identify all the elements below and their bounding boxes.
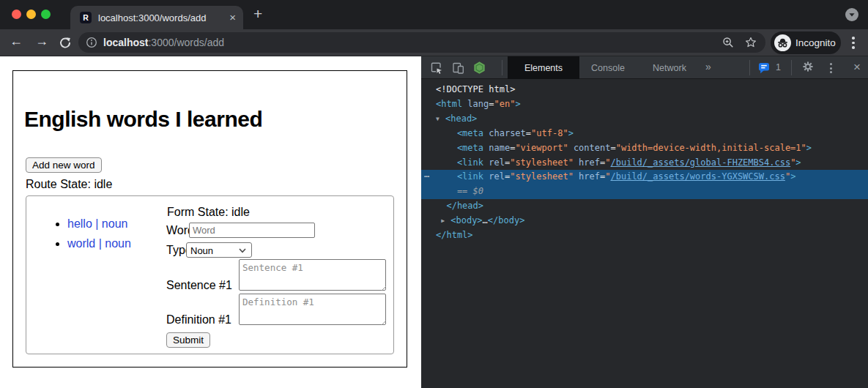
code-token: <body> <box>450 215 482 225</box>
form-state-text: Form State: idle <box>167 206 250 219</box>
submit-button[interactable]: Submit <box>166 332 210 348</box>
incognito-badge: Incognito <box>771 31 841 54</box>
word-list-item: hello | noun <box>67 214 131 234</box>
code-line[interactable]: == $0 <box>421 184 868 199</box>
issues-icon[interactable] <box>758 62 771 77</box>
word-link[interactable]: world | noun <box>67 237 131 250</box>
tab-elements[interactable]: Elements <box>508 56 579 79</box>
tab-console[interactable]: Console <box>584 56 632 79</box>
maximize-window-button[interactable] <box>41 10 51 19</box>
nav-toolbar: ← → localhost:3000/words/add Incognito <box>0 29 868 56</box>
code-token: "en" <box>494 99 516 109</box>
browser-menu-icon[interactable] <box>852 37 855 51</box>
code-token: href <box>579 171 600 182</box>
route-state-text: Route State: idle <box>26 178 112 191</box>
settings-gear-icon[interactable] <box>802 61 814 75</box>
code-token: "viewport" <box>515 143 568 153</box>
tab-close-icon[interactable]: × <box>229 11 236 23</box>
remix-favicon-icon: R <box>80 12 92 23</box>
code-line[interactable]: <!DOCTYPE html> <box>421 83 868 97</box>
code-token: $0 <box>473 186 483 196</box>
definition-textarea[interactable] <box>239 294 386 325</box>
expand-arrow-icon[interactable]: ▼ <box>436 112 445 127</box>
code-token: > <box>795 157 801 168</box>
code-token: <link <box>436 171 489 182</box>
code-token: = <box>526 128 531 138</box>
word-list-item: world | noun <box>67 234 131 254</box>
device-toolbar-icon[interactable] <box>451 61 465 78</box>
devtools-toolbar: Elements Console Network » 1 × <box>421 56 868 79</box>
divider <box>502 60 502 75</box>
code-token: </html> <box>436 230 473 240</box>
code-token: href <box>579 157 600 168</box>
bookmark-star-icon[interactable] <box>745 37 757 51</box>
minimize-window-button[interactable] <box>26 10 36 19</box>
code-token: /build/_assets/words-YGXSWCSW.css <box>610 171 784 182</box>
divider <box>791 60 792 75</box>
code-token: <head> <box>445 113 477 124</box>
code-line[interactable]: <link rel="stylesheet" href="/build/_ass… <box>421 156 868 171</box>
code-token: rel <box>489 157 505 168</box>
code-line[interactable]: ▶<body>…</body> <box>421 214 868 228</box>
code-token: </head> <box>436 201 483 211</box>
back-button[interactable]: ← <box>10 34 23 49</box>
code-line[interactable]: </head> <box>421 199 868 214</box>
line-options-dots[interactable]: ⋯ <box>424 170 429 184</box>
code-line[interactable]: </html> <box>421 228 868 243</box>
code-line[interactable]: ▼<head> <box>421 112 868 127</box>
word-link[interactable]: hello | noun <box>67 217 127 230</box>
extension-hexagon-icon[interactable] <box>472 61 486 78</box>
code-token: = <box>489 99 494 109</box>
code-token: lang <box>467 99 489 109</box>
url-text: localhost:3000/words/add <box>103 37 224 48</box>
more-tabs-icon[interactable]: » <box>705 61 711 72</box>
code-token: "width=device-width,initial-scale=1" <box>616 143 806 153</box>
url-path: :3000/words/add <box>148 37 224 48</box>
code-token: "stylesheet" <box>510 157 574 168</box>
code-token: > <box>806 143 812 153</box>
browser-tab[interactable]: R localhost:3000/words/add × <box>70 6 243 29</box>
code-line[interactable]: ⋯ <link rel="stylesheet" href="/build/_a… <box>421 170 868 184</box>
definition-label: Definition #1 <box>166 313 231 327</box>
page-zoom-icon[interactable] <box>722 37 734 51</box>
code-token: <meta <box>436 128 489 138</box>
code-token: name <box>489 143 510 153</box>
forward-button[interactable]: → <box>35 34 48 49</box>
add-new-word-button[interactable]: Add new word <box>26 157 102 173</box>
tab-network[interactable]: Network <box>641 56 698 79</box>
close-window-button[interactable] <box>12 10 21 19</box>
browser-window: R localhost:3000/words/add × + ← → local… <box>0 0 868 388</box>
type-select-value: Noun <box>190 245 213 256</box>
code-line[interactable]: <meta charset="utf-8"> <box>421 127 868 141</box>
incognito-icon <box>774 34 791 51</box>
expand-arrow-icon[interactable]: ▶ <box>441 214 450 228</box>
devtools-close-icon[interactable]: × <box>853 60 861 75</box>
issues-count[interactable]: 1 <box>776 62 781 72</box>
code-token: charset <box>489 128 526 138</box>
new-tab-button[interactable]: + <box>253 5 262 23</box>
browser-update-icon[interactable] <box>845 8 858 21</box>
web-page: English words I learned Add new word Rou… <box>0 56 421 388</box>
type-select[interactable]: Noun <box>186 242 252 258</box>
code-token: <!DOCTYPE html> <box>436 84 515 94</box>
code-token: <link <box>436 157 489 168</box>
code-line[interactable]: <meta name="viewport" content="width=dev… <box>421 141 868 156</box>
code-line[interactable]: <html lang="en"> <box>421 97 868 112</box>
devtools-panel: Elements Console Network » 1 × <!DOCTYPE… <box>421 56 868 388</box>
page-title: English words I learned <box>24 107 262 132</box>
code-token: … <box>483 215 488 225</box>
code-token: = <box>610 143 615 153</box>
code-token <box>436 215 441 225</box>
sentence-textarea[interactable] <box>239 259 386 291</box>
site-info-icon[interactable] <box>86 37 97 51</box>
devtools-menu-icon[interactable] <box>830 63 832 75</box>
reload-button[interactable] <box>59 36 72 52</box>
code-token: > <box>568 128 574 138</box>
address-bar[interactable]: localhost:3000/words/add <box>78 32 765 53</box>
word-input[interactable] <box>189 223 315 238</box>
code-token <box>568 143 574 153</box>
code-token: <meta <box>436 143 489 153</box>
code-token: > <box>515 99 520 109</box>
elements-tree: <!DOCTYPE html><html lang="en">▼<head> <… <box>421 79 868 388</box>
inspect-element-icon[interactable] <box>429 61 443 78</box>
